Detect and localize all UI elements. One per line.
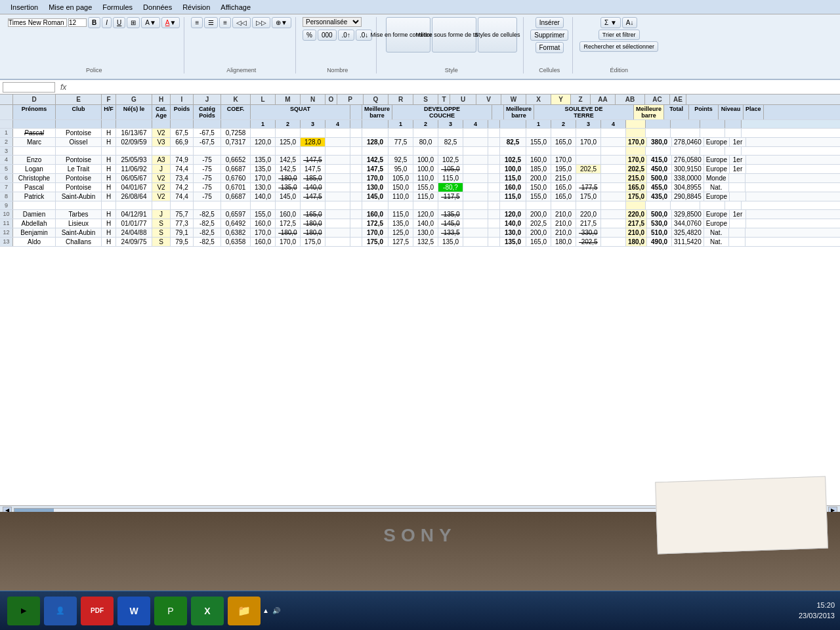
style-group: Mise en forme conditionnelle Mettre sous… xyxy=(379,17,524,74)
rechercher-btn[interactable]: Rechercher et sélectionner xyxy=(579,41,658,52)
sub-header-row: 1 2 3 4 1 2 3 4 1 2 3 4 xyxy=(0,120,840,129)
dec-dec-btn[interactable]: .0↓ xyxy=(356,30,372,41)
table-row[interactable]: 1PascalPontoiseH16/13/67V267,5-67,50,725… xyxy=(0,129,840,138)
align-right-btn[interactable]: ≡ xyxy=(219,17,231,28)
col-q[interactable]: Q xyxy=(364,94,388,104)
column-headers: D E F G H I J K L M N O P Q R S T U V W xyxy=(0,94,840,105)
align-left-btn[interactable]: ≡ xyxy=(191,17,203,28)
table-row[interactable]: 2MarcOisselH02/09/59V366,9-67,50,7317120… xyxy=(0,138,840,147)
taskbar-pdf-btn[interactable]: PDF xyxy=(81,597,114,625)
font-color-btn[interactable]: A▼ xyxy=(161,17,180,28)
table-row[interactable]: 5LoganLe TraitH11/06/92J74,4-750,6687135… xyxy=(0,165,840,174)
col-v[interactable]: V xyxy=(476,94,501,104)
table-row[interactable]: 12BenjaminSaint-AubinH24/04/88S79,1-82,5… xyxy=(0,228,840,238)
table-row[interactable]: 9 xyxy=(0,201,840,210)
taskbar-arrow-icon: ▲ xyxy=(262,607,269,614)
taskbar-folder-btn[interactable]: 📁 xyxy=(228,597,261,625)
number-format-select[interactable]: Personnalisée xyxy=(303,17,362,27)
menu-insertion[interactable]: Insertion xyxy=(5,2,43,12)
format-btn[interactable]: Format xyxy=(536,42,564,53)
clock-time: 15:20 xyxy=(799,600,835,610)
mettre-sous-forme-btn[interactable]: Mettre sous forme de tableau xyxy=(432,17,476,52)
table-row[interactable]: 13AldoChallansH24/09/75S79,5-82,50,63581… xyxy=(0,238,840,247)
formula-input[interactable] xyxy=(69,83,837,92)
col-aa[interactable]: AA xyxy=(591,94,616,104)
sh-sdt1: 1 xyxy=(526,120,551,128)
taskbar-word-btn[interactable]: W xyxy=(117,597,150,625)
merge-btn[interactable]: ⊕▼ xyxy=(272,17,291,28)
col-m[interactable]: M xyxy=(276,94,301,104)
inserer-btn[interactable]: Insérer xyxy=(536,17,564,28)
taskbar-green-btn[interactable]: P xyxy=(154,597,187,625)
table-row[interactable]: 7PascalPontoiseH04/01/67V274,2-750,67011… xyxy=(0,183,840,192)
bold-btn[interactable]: B xyxy=(88,17,100,28)
taskbar-media-btn[interactable]: ▶ xyxy=(7,597,40,625)
col-ab[interactable]: AB xyxy=(616,94,645,104)
col-p[interactable]: P xyxy=(337,94,364,104)
col-u[interactable]: U xyxy=(450,94,476,104)
menu-formules[interactable]: Formules xyxy=(97,2,138,12)
header-t-blank xyxy=(492,105,504,119)
clock-date: 23/03/2013 xyxy=(799,611,835,621)
taskbar-excel-btn[interactable]: X xyxy=(191,597,224,625)
col-o[interactable]: O xyxy=(326,94,337,104)
table-row[interactable]: 4EnzoPontoiseH25/05/93A374,9-750,6652135… xyxy=(0,156,840,165)
dec-inc-btn[interactable]: .0↑ xyxy=(338,30,354,41)
col-e[interactable]: E xyxy=(56,94,102,104)
styles-cellules-btn[interactable]: Styles de cellules xyxy=(478,17,517,52)
indent-more-btn[interactable]: ▷▷ xyxy=(252,17,270,28)
italic-btn[interactable]: I xyxy=(102,17,112,28)
col-w[interactable]: W xyxy=(501,94,526,104)
fill-btn[interactable]: A↓ xyxy=(622,17,638,28)
col-ae[interactable]: AE xyxy=(670,94,686,104)
col-y[interactable]: Y xyxy=(551,94,571,104)
col-g[interactable]: G xyxy=(116,94,152,104)
align-center-btn[interactable]: ☰ xyxy=(204,17,218,28)
table-row[interactable]: 6ChristophePontoiseH06/05/67V273,4-750,6… xyxy=(0,174,840,183)
border-btn[interactable]: ⊞ xyxy=(127,17,140,28)
menu-affichage[interactable]: Affichage xyxy=(215,2,256,12)
row-num-header xyxy=(0,94,13,104)
col-s[interactable]: S xyxy=(413,94,438,104)
spreadsheet[interactable]: D E F G H I J K L M N O P Q R S T U V W xyxy=(0,94,840,505)
font-size-input[interactable] xyxy=(68,18,87,27)
col-j[interactable]: J xyxy=(194,94,221,104)
pct-btn[interactable]: % xyxy=(303,30,316,41)
col-d[interactable]: D xyxy=(13,94,56,104)
col-z[interactable]: Z xyxy=(571,94,591,104)
fill-color-btn[interactable]: A▼ xyxy=(141,17,160,28)
menu-donnees[interactable]: Données xyxy=(138,2,177,12)
col-f[interactable]: F xyxy=(102,94,116,104)
table-row[interactable]: 8PatrickSaint-AubinH26/08/64V274,4-750,6… xyxy=(0,192,840,201)
sh-squat2: 2 xyxy=(276,120,301,128)
sh-categ xyxy=(194,120,221,128)
col-l[interactable]: L xyxy=(251,94,276,104)
underline-btn[interactable]: U xyxy=(113,17,125,28)
sh-sdt3: 3 xyxy=(576,120,601,128)
comma-btn[interactable]: 000 xyxy=(318,30,337,41)
indent-less-btn[interactable]: ◁◁ xyxy=(232,17,251,28)
table-row[interactable]: 10DamienTarbesH04/12/91J75,7-82,50,65971… xyxy=(0,210,840,219)
menu-revision[interactable]: Révision xyxy=(177,2,215,12)
sh-dc1: 1 xyxy=(388,120,413,128)
table-row[interactable]: 3 xyxy=(0,147,840,156)
edition-group-label: Édition xyxy=(610,67,628,74)
col-r[interactable]: R xyxy=(388,94,413,104)
sh-squat3: 3 xyxy=(301,120,326,128)
col-n[interactable]: N xyxy=(301,94,326,104)
taskbar-user-btn[interactable]: 👤 xyxy=(44,597,77,625)
font-name-input[interactable] xyxy=(8,18,67,27)
cellules-controls: Insérer Supprimer Format xyxy=(530,17,568,53)
table-row[interactable]: 11AbdellahLisieuxH01/01/77S77,3-82,50,64… xyxy=(0,219,840,228)
name-box[interactable] xyxy=(3,82,55,93)
trier-filtrer-btn[interactable]: Trier et filtrer xyxy=(598,30,640,40)
col-h[interactable]: H xyxy=(152,94,171,104)
menu-mise-en-page[interactable]: Mise en page xyxy=(43,2,97,12)
col-ac[interactable]: AC xyxy=(645,94,670,104)
col-x[interactable]: X xyxy=(526,94,551,104)
col-k[interactable]: K xyxy=(221,94,251,104)
sum-btn[interactable]: Σ ▼ xyxy=(600,17,621,28)
col-i[interactable]: I xyxy=(171,94,194,104)
col-t[interactable]: T xyxy=(438,94,450,104)
supprimer-btn[interactable]: Supprimer xyxy=(530,30,568,41)
